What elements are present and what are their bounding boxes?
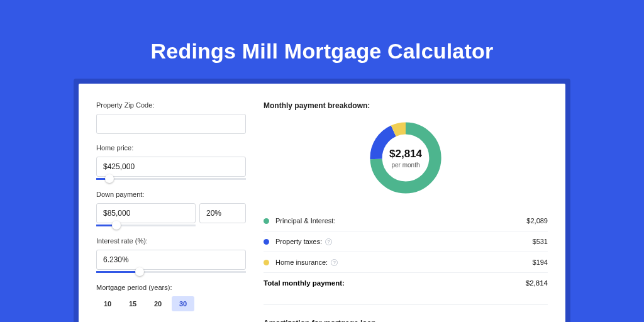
legend-value: $194 bbox=[533, 258, 548, 266]
interest-input[interactable] bbox=[96, 250, 246, 270]
legend-dot bbox=[264, 260, 269, 265]
donut-chart: $2,814 per month bbox=[367, 119, 445, 197]
zip-input[interactable] bbox=[96, 114, 246, 134]
legend-label: Property taxes: ? bbox=[275, 238, 533, 245]
period-option-30[interactable]: 30 bbox=[172, 296, 194, 311]
amortization-title: Amortization for mortgage loan bbox=[264, 319, 548, 322]
donut-center: $2,814 per month bbox=[389, 148, 422, 169]
legend-row: Property taxes: ?$531 bbox=[264, 231, 548, 252]
total-label: Total monthly payment: bbox=[264, 279, 526, 287]
zip-field: Property Zip Code: bbox=[96, 101, 246, 134]
down-payment-label: Down payment: bbox=[96, 191, 246, 198]
separator bbox=[264, 304, 548, 305]
donut-sub: per month bbox=[389, 162, 422, 169]
calculator-card: Property Zip Code: Home price: Down paym… bbox=[79, 84, 565, 322]
interest-slider[interactable] bbox=[96, 271, 246, 274]
page-title: Redings Mill Mortgage Calculator bbox=[0, 0, 644, 79]
interest-label: Interest rate (%): bbox=[96, 237, 246, 245]
legend-dot bbox=[264, 218, 269, 224]
period-options: 10152030 bbox=[96, 296, 246, 311]
down-payment-slider[interactable] bbox=[96, 225, 196, 227]
card-shadow: Property Zip Code: Home price: Down paym… bbox=[74, 79, 570, 322]
interest-field: Interest rate (%): bbox=[96, 237, 246, 274]
breakdown-title: Monthly payment breakdown: bbox=[264, 101, 548, 110]
period-field: Mortgage period (years): 10152030 bbox=[96, 284, 246, 311]
home-price-slider[interactable] bbox=[96, 178, 246, 180]
period-option-10[interactable]: 10 bbox=[96, 296, 119, 311]
down-payment-field: Down payment: bbox=[96, 191, 246, 227]
home-price-field: Home price: bbox=[96, 144, 246, 180]
legend-label: Principal & Interest: bbox=[275, 217, 526, 225]
donut-wrap: $2,814 per month bbox=[264, 119, 548, 197]
slider-thumb[interactable] bbox=[105, 174, 114, 183]
total-row: Total monthly payment: $2,814 bbox=[264, 272, 548, 293]
legend-dot bbox=[264, 239, 269, 245]
donut-amount: $2,814 bbox=[389, 148, 422, 160]
legend-row: Principal & Interest:$2,089 bbox=[264, 211, 548, 231]
period-label: Mortgage period (years): bbox=[96, 284, 246, 291]
legend-value: $531 bbox=[533, 238, 548, 245]
down-payment-pct-input[interactable] bbox=[199, 203, 246, 223]
period-option-15[interactable]: 15 bbox=[121, 296, 144, 311]
period-option-20[interactable]: 20 bbox=[147, 296, 169, 311]
info-icon[interactable]: ? bbox=[331, 259, 338, 266]
legend-list: Principal & Interest:$2,089Property taxe… bbox=[264, 211, 548, 272]
info-icon[interactable]: ? bbox=[325, 238, 332, 245]
breakdown-column: Monthly payment breakdown: $2,814 per mo… bbox=[264, 101, 548, 322]
slider-thumb[interactable] bbox=[112, 221, 121, 230]
legend-row: Home insurance: ?$194 bbox=[264, 252, 548, 272]
inputs-column: Property Zip Code: Home price: Down paym… bbox=[96, 101, 246, 322]
down-payment-amount-input[interactable] bbox=[96, 203, 196, 223]
home-price-label: Home price: bbox=[96, 144, 246, 152]
legend-label: Home insurance: ? bbox=[275, 258, 533, 266]
slider-thumb[interactable] bbox=[135, 267, 144, 276]
home-price-input[interactable] bbox=[96, 157, 246, 177]
total-value: $2,814 bbox=[526, 279, 548, 287]
legend-value: $2,089 bbox=[526, 217, 548, 225]
zip-label: Property Zip Code: bbox=[96, 101, 246, 109]
